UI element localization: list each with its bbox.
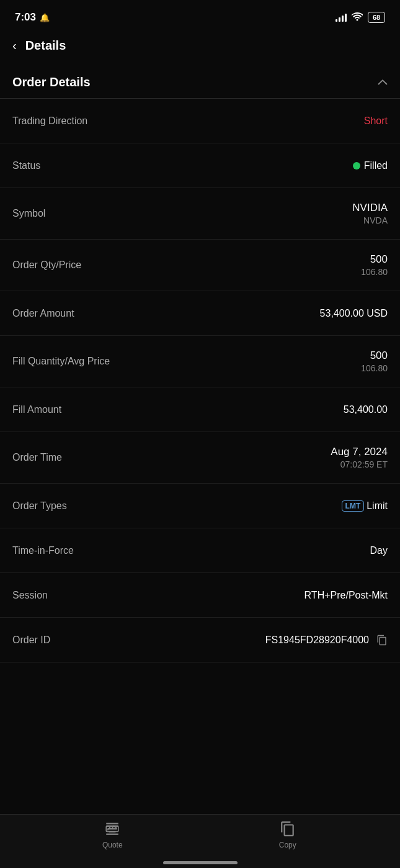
bottom-tab-bar: Quote Copy [0, 814, 400, 868]
collapse-icon[interactable] [378, 77, 388, 88]
order-qty-price-label: Order Qty/Price [12, 260, 81, 271]
order-qty-price-value: 500 106.80 [361, 253, 388, 277]
order-id-value: FS1945FD28920F4000 [265, 635, 369, 646]
section-header: Order Details [0, 65, 400, 98]
signal-icon [336, 13, 347, 22]
home-indicator [163, 861, 238, 864]
time-in-force-label: Time-in-Force [12, 545, 74, 556]
fill-qty-avg-price-row: Fill Quantity/Avg Price 500 106.80 [0, 336, 400, 387]
order-id-label: Order ID [12, 635, 50, 646]
session-label: Session [12, 590, 48, 601]
order-type-text: Limit [367, 500, 388, 512]
trading-direction-row: Trading Direction Short [0, 99, 400, 143]
order-types-label: Order Types [12, 500, 67, 512]
tab-quote[interactable]: Quote [87, 821, 137, 849]
fill-qty-avg-price-value: 500 106.80 [361, 350, 388, 373]
nav-header: ‹ Details [0, 31, 400, 65]
copy-tab-label: Copy [279, 841, 296, 849]
status-row: Status Filled [0, 143, 400, 188]
order-amount-value: 53,400.00 USD [320, 308, 388, 319]
order-id-row: Order ID FS1945FD28920F4000 [0, 618, 400, 662]
order-time-row: Order Time Aug 7, 2024 07:02:59 ET [0, 432, 400, 484]
fill-amount-label: Fill Amount [12, 404, 61, 415]
trading-direction-value: Short [364, 115, 388, 127]
wifi-icon [352, 12, 363, 23]
qty-primary: 500 [361, 253, 388, 266]
order-amount-row: Order Amount 53,400.00 USD [0, 291, 400, 336]
symbol-value: NVIDIA NVDA [352, 202, 388, 225]
status-bar: 7:03 🔔 68 [0, 0, 400, 31]
symbol-primary: NVIDIA [352, 202, 388, 214]
order-qty-price-row: Order Qty/Price 500 106.80 [0, 240, 400, 291]
price-secondary: 106.80 [361, 267, 388, 277]
fill-qty-avg-price-label: Fill Quantity/Avg Price [12, 356, 110, 367]
symbol-secondary: NVDA [352, 215, 388, 225]
session-row: Session RTH+Pre/Post-Mkt [0, 573, 400, 618]
notification-bell-icon: 🔔 [40, 13, 50, 22]
fill-qty-primary: 500 [361, 350, 388, 362]
order-id-value-container: FS1945FD28920F4000 [265, 635, 388, 646]
status-label: Status [12, 160, 40, 171]
symbol-row: Symbol NVIDIA NVDA [0, 188, 400, 240]
tab-copy[interactable]: Copy [263, 821, 313, 849]
order-amount-label: Order Amount [12, 308, 74, 319]
section-title: Order Details [12, 75, 91, 89]
copy-order-id-button[interactable] [376, 635, 388, 646]
symbol-label: Symbol [12, 208, 45, 219]
status-time: 7:03 🔔 [15, 11, 50, 24]
battery-level: 68 [373, 14, 380, 21]
quote-tab-label: Quote [102, 841, 123, 849]
time-in-force-value: Day [370, 545, 388, 556]
status-text: Filled [364, 160, 388, 171]
order-time-secondary: 07:02:59 ET [331, 459, 388, 469]
session-value: RTH+Pre/Post-Mkt [304, 590, 388, 601]
status-value: Filled [353, 160, 388, 171]
order-types-row: Order Types LMT Limit [0, 484, 400, 528]
battery-indicator: 68 [368, 12, 385, 23]
trading-direction-label: Trading Direction [12, 115, 87, 127]
order-time-label: Order Time [12, 452, 62, 463]
order-date-primary: Aug 7, 2024 [331, 446, 388, 458]
avg-price-secondary: 106.80 [361, 363, 388, 373]
back-button[interactable]: ‹ [12, 38, 17, 53]
page-title: Details [25, 38, 66, 53]
filled-dot-icon [353, 162, 360, 170]
lmt-badge: LMT [342, 500, 365, 512]
time-in-force-row: Time-in-Force Day [0, 528, 400, 573]
order-time-value: Aug 7, 2024 07:02:59 ET [331, 446, 388, 469]
time-display: 7:03 [15, 11, 36, 24]
order-types-value: LMT Limit [342, 500, 388, 512]
fill-amount-row: Fill Amount 53,400.00 [0, 387, 400, 432]
fill-amount-value: 53,400.00 [344, 404, 388, 415]
status-right: 68 [336, 12, 385, 23]
